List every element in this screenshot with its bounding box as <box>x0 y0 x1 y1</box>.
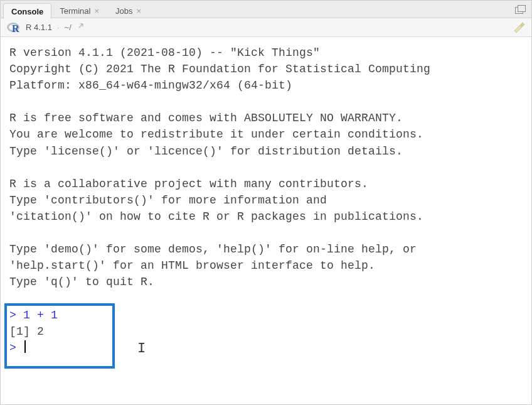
console-output-area[interactable]: R version 4.1.1 (2021-08-10) -- "Kick Th… <box>1 37 531 404</box>
separator-dot: · <box>57 23 60 32</box>
tab-jobs-label: Jobs <box>115 6 132 16</box>
text-cursor <box>24 340 26 353</box>
maximize-icon[interactable] <box>515 5 526 14</box>
close-icon[interactable]: × <box>94 7 99 15</box>
tab-terminal-label: Terminal <box>60 6 90 16</box>
r-startup-banner: R version 4.1.1 (2021-08-10) -- "Kick Th… <box>9 46 430 288</box>
console-info-bar: R R 4.1.1 · ~/ <box>1 18 531 37</box>
tab-right-tools <box>515 1 531 18</box>
info-right-tools <box>513 23 525 33</box>
console-text: R version 4.1.1 (2021-08-10) -- "Kick Th… <box>9 45 523 356</box>
tab-terminal[interactable]: Terminal × <box>51 3 107 18</box>
clear-console-icon[interactable] <box>513 23 525 33</box>
open-folder-icon[interactable] <box>77 22 85 33</box>
console-output-1: [1] 2 <box>9 325 44 338</box>
console-input-1: 1 + 1 <box>23 309 58 321</box>
tab-console-label: Console <box>11 7 43 16</box>
tab-jobs[interactable]: Jobs × <box>107 3 149 18</box>
r-logo-icon: R <box>7 22 21 33</box>
console-prompt: > <box>9 309 23 321</box>
close-icon[interactable]: × <box>136 7 141 15</box>
tab-bar: Console Terminal × Jobs × <box>1 1 531 18</box>
tab-console[interactable]: Console <box>3 3 51 19</box>
r-version-label: R 4.1.1 <box>26 23 52 32</box>
svg-rect-1 <box>518 5 526 11</box>
console-prompt-current: > <box>9 342 23 354</box>
console-pane: Console Terminal × Jobs × R R 4.1.1 · ~/ <box>0 0 532 405</box>
working-directory-label[interactable]: ~/ <box>65 23 72 32</box>
